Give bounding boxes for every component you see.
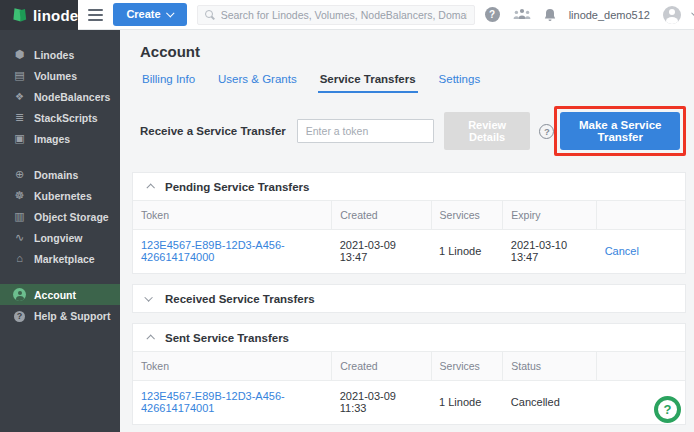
page-title: Account — [140, 43, 694, 60]
domains-icon — [13, 169, 26, 180]
table-row: 123E4567-E89B-12D3-A456-426614174001 202… — [133, 381, 685, 425]
sidebar-item-nodebalancers[interactable]: NodeBalancers — [0, 86, 120, 107]
help-circle-icon — [13, 310, 26, 322]
services-cell: 1 Linode — [431, 381, 503, 425]
tab-users-grants[interactable]: Users & Grants — [216, 73, 299, 93]
token-input[interactable] — [297, 119, 434, 143]
username[interactable]: linode_demo512 — [569, 9, 650, 21]
table-header-row: Token Created Services Status — [133, 352, 685, 381]
sidebar-item-object-storage[interactable]: Object Storage — [0, 206, 120, 227]
collapse-chevron-up-icon — [146, 334, 154, 342]
col-created: Created — [332, 201, 431, 230]
tab-billing-info[interactable]: Billing Info — [140, 73, 197, 93]
sidebar-item-longview[interactable]: Longview — [0, 227, 120, 248]
logo-text: linode — [33, 7, 78, 24]
status-cell: Cancelled — [503, 381, 597, 425]
review-details-button[interactable]: Review Details — [444, 112, 531, 150]
search-input[interactable] — [221, 9, 467, 21]
global-search[interactable] — [197, 5, 475, 25]
pending-transfers-header[interactable]: Pending Service Transfers — [133, 173, 685, 200]
annotation-highlight-box: Make a Service Transfer — [554, 106, 686, 156]
topbar-main: Create linode_demo512 — [78, 0, 694, 30]
sidebar: Linodes Volumes NodeBalancers StackScrip… — [0, 30, 120, 432]
collapse-chevron-up-icon — [146, 183, 154, 191]
hamburger-menu-icon[interactable] — [88, 9, 103, 21]
account-person-icon — [13, 288, 26, 301]
chevron-down-icon — [166, 9, 174, 17]
linode-logo-icon — [13, 7, 27, 23]
help-icon[interactable] — [485, 7, 500, 22]
col-status: Status — [503, 352, 597, 381]
stackscripts-icon — [13, 112, 26, 123]
linode-logo[interactable]: linode — [0, 0, 78, 30]
sidebar-item-domains[interactable]: Domains — [0, 164, 120, 185]
search-icon — [205, 10, 215, 20]
col-services: Services — [431, 352, 503, 381]
main-content: Account Billing Info Users & Grants Serv… — [120, 30, 694, 432]
created-cell: 2021-03-09 13:47 — [332, 230, 431, 274]
receive-transfer-label: Receive a Service Transfer — [140, 125, 286, 137]
sidebar-item-stackscripts[interactable]: StackScripts — [0, 107, 120, 128]
sent-transfers-panel: Sent Service Transfers Token Created Ser… — [132, 323, 686, 425]
sidebar-item-volumes[interactable]: Volumes — [0, 65, 120, 86]
account-tabs: Billing Info Users & Grants Service Tran… — [140, 73, 694, 93]
topbar: linode Create — [0, 0, 694, 30]
pending-transfers-table: Token Created Services Expiry 123E4567-E… — [133, 200, 685, 273]
object-storage-icon — [13, 211, 26, 222]
created-cell: 2021-03-09 11:33 — [332, 381, 431, 425]
token-link[interactable]: 123E4567-E89B-12D3-A456-426614174001 — [141, 390, 285, 414]
longview-icon — [13, 232, 26, 243]
community-icon[interactable] — [513, 8, 531, 21]
token-help-icon[interactable] — [539, 124, 554, 139]
help-chat-widget[interactable] — [654, 396, 681, 423]
pending-transfers-panel: Pending Service Transfers Token Created … — [132, 172, 686, 274]
sidebar-item-help-support[interactable]: Help & Support — [0, 305, 120, 326]
tab-settings[interactable]: Settings — [437, 73, 483, 93]
images-icon — [13, 133, 26, 144]
col-actions — [597, 201, 685, 230]
avatar[interactable] — [663, 6, 681, 24]
sidebar-item-linodes[interactable]: Linodes — [0, 44, 120, 65]
make-service-transfer-button[interactable]: Make a Service Transfer — [560, 112, 680, 150]
sidebar-item-marketplace[interactable]: Marketplace — [0, 248, 120, 269]
col-token: Token — [133, 201, 332, 230]
notifications-bell-icon[interactable] — [544, 8, 556, 22]
collapse-chevron-down-icon — [144, 293, 152, 301]
expiry-cell: 2021-03-10 13:47 — [503, 230, 597, 274]
marketplace-icon — [13, 253, 26, 264]
table-header-row: Token Created Services Expiry — [133, 201, 685, 230]
topbar-right: linode_demo512 — [485, 6, 694, 24]
col-actions — [597, 352, 685, 381]
table-row: 123E4567-E89B-12D3-A456-426614174000 202… — [133, 230, 685, 274]
sidebar-item-images[interactable]: Images — [0, 128, 120, 149]
services-cell: 1 Linode — [431, 230, 503, 274]
sidebar-item-kubernetes[interactable]: Kubernetes — [0, 185, 120, 206]
tab-service-transfers[interactable]: Service Transfers — [318, 73, 418, 93]
sent-transfers-table: Token Created Services Status 123E4567-E… — [133, 351, 685, 424]
create-button-label: Create — [126, 8, 160, 20]
sidebar-item-account[interactable]: Account — [0, 284, 120, 305]
nodebalancers-icon — [13, 91, 26, 102]
kubernetes-icon — [13, 190, 26, 201]
create-button[interactable]: Create — [113, 3, 186, 26]
col-expiry: Expiry — [503, 201, 597, 230]
volumes-icon — [13, 70, 26, 81]
receive-transfer-row: Receive a Service Transfer Review Detail… — [140, 106, 686, 156]
token-link[interactable]: 123E4567-E89B-12D3-A456-426614174000 — [141, 239, 285, 263]
cancel-link[interactable]: Cancel — [605, 245, 639, 257]
linode-icon — [13, 49, 26, 60]
received-transfers-panel: Received Service Transfers — [132, 284, 686, 313]
col-token: Token — [133, 352, 332, 381]
col-created: Created — [332, 352, 431, 381]
sent-transfers-header[interactable]: Sent Service Transfers — [133, 324, 685, 351]
linode-cloud-manager-window: linode Create — [0, 0, 694, 432]
col-services: Services — [431, 201, 503, 230]
received-transfers-header[interactable]: Received Service Transfers — [133, 285, 685, 312]
